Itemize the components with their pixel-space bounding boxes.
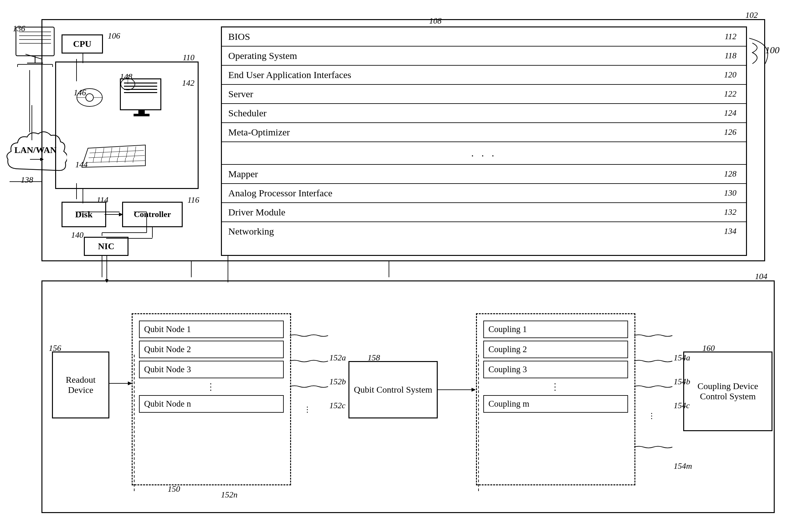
networking-row: Networking 134 (222, 222, 746, 240)
monitor-computer-area: 136 (10, 26, 61, 68)
coupling-connectors-svg: ⋮ (634, 323, 679, 488)
bios-row: BIOS 112 (222, 27, 746, 46)
os-label: Operating System (228, 50, 297, 61)
box-cpu: CPU (61, 34, 103, 54)
ref-160: 160 (702, 343, 715, 353)
ref-156: 156 (49, 343, 61, 353)
diagram-container: 102 CPU 106 110 142 (0, 0, 812, 529)
qubit-node-n-label: Qubit Node n (144, 399, 191, 409)
meta-opt-label: Meta-Optimizer (228, 127, 290, 138)
ctrl-to-nic-h-line (106, 237, 153, 240)
coupling-m-label: Coupling m (489, 399, 529, 409)
box-cdcs: Coupling Device Control System (683, 352, 772, 431)
ref-104: 104 (755, 272, 767, 281)
ref-140: 140 (71, 231, 84, 240)
svg-marker-63 (472, 388, 475, 392)
svg-line-33 (126, 153, 127, 158)
lanwan-to-box-line (30, 158, 43, 161)
svg-marker-70 (105, 279, 108, 282)
cpu-to-110-line (81, 54, 85, 63)
svg-line-34 (134, 153, 135, 158)
ref-118: 118 (725, 51, 737, 61)
box-qcs: Qubit Control System (348, 361, 438, 418)
ref-134: 134 (724, 226, 737, 236)
ref-154m: 154m (673, 461, 692, 471)
ref-144: 144 (75, 160, 88, 170)
readout-to-qubits-line (109, 380, 134, 386)
svg-line-21 (89, 156, 145, 158)
box-104: 104 ReadoutDevice 156 150 Qubit Node 1 Q… (41, 280, 775, 513)
svg-line-28 (135, 147, 136, 153)
os-row: Operating System 118 (222, 46, 746, 65)
qubit-node-2-box: Qubit Node 2 (139, 341, 284, 358)
svg-line-25 (111, 148, 112, 153)
ref-136: 136 (13, 24, 25, 33)
svg-line-29 (95, 153, 95, 158)
readout-device-box: ReadoutDevice (52, 352, 110, 418)
ref-106: 106 (108, 31, 120, 41)
lanwan-label: LAN/WAN (14, 145, 56, 155)
qubit-connectors-svg: ⋮ (290, 323, 334, 482)
ref-132: 132 (724, 207, 737, 217)
coupling-1-label: Coupling 1 (489, 324, 527, 334)
ref-130: 130 (724, 188, 737, 198)
ref-152c: 152c (329, 401, 346, 410)
keyboard-svg (82, 143, 152, 169)
mapper-row: Mapper 128 (222, 165, 746, 184)
svg-line-32 (118, 153, 119, 158)
box-software: 108 BIOS 112 Operating System 118 End Us… (221, 27, 747, 256)
server-row: Server 122 (222, 85, 746, 104)
lanwan-area: LAN/WAN 138 (3, 128, 67, 180)
nic-to-bottom-line (105, 255, 108, 282)
coupling-left-connectors (475, 355, 482, 492)
box-qubits-dashed: 150 Qubit Node 1 Qubit Node 2 Qubit Node… (132, 313, 291, 485)
ref-124: 124 (724, 108, 737, 118)
readout-device-label: ReadoutDevice (66, 375, 95, 395)
ref-110: 110 (183, 53, 194, 62)
ref-112: 112 (725, 32, 737, 41)
svg-line-39 (125, 158, 126, 163)
svg-line-36 (101, 158, 102, 163)
ref-150: 150 (168, 484, 180, 494)
svg-text:⋮: ⋮ (648, 412, 655, 420)
euai-row: End User Application Interfaces 120 (222, 65, 746, 85)
svg-rect-56 (17, 64, 53, 67)
bios-label: BIOS (228, 31, 250, 42)
box-disk: Disk (61, 202, 106, 227)
svg-line-26 (119, 147, 120, 153)
ref-152n: 152n (221, 490, 237, 500)
ref-152b: 152b (329, 377, 346, 386)
ref-152a: 152a (329, 353, 346, 363)
qubit-dots: ⋮ (139, 381, 284, 392)
svg-text:⋮: ⋮ (304, 405, 311, 414)
ref-142: 142 (182, 78, 194, 88)
qubit-node-1-label: Qubit Node 1 (144, 324, 191, 334)
controller-label: Controller (134, 210, 171, 219)
qcs-to-couplings-line (437, 361, 475, 418)
box-couplings-dashed: Coupling 1 Coupling 2 Coupling 3 ⋮ Coupl… (476, 313, 635, 485)
svg-marker-19 (82, 145, 145, 167)
ref-116: 116 (187, 195, 199, 205)
coupling-1-box: Coupling 1 (483, 321, 628, 338)
euai-label: End User Application Interfaces (228, 70, 351, 80)
ref-146: 146 (74, 88, 86, 98)
scheduler-label: Scheduler (228, 108, 266, 119)
cpu-label: CPU (73, 39, 91, 49)
svg-point-16 (86, 94, 93, 101)
driver-row: Driver Module 132 (222, 203, 746, 222)
nic-label: NIC (98, 241, 114, 251)
ref-102: 102 (745, 11, 758, 20)
svg-marker-44 (119, 212, 123, 216)
svg-line-35 (93, 158, 94, 163)
api-row: Analog Processor Interface 130 (222, 184, 746, 203)
ref-122: 122 (724, 89, 737, 99)
ref-138: 138 (21, 175, 33, 185)
qcs-label: Qubit Control System (354, 385, 432, 395)
networking-label: Networking (228, 226, 274, 237)
cdcs-label: Coupling Device Control System (684, 381, 771, 401)
coupling-2-box: Coupling 2 (483, 341, 628, 358)
qubit-node-1-box: Qubit Node 1 (139, 321, 284, 338)
meta-opt-row: Meta-Optimizer 126 (222, 123, 746, 142)
qubit-node-3-box: Qubit Node 3 (139, 361, 284, 378)
monitor-lanwan-line (28, 70, 31, 132)
